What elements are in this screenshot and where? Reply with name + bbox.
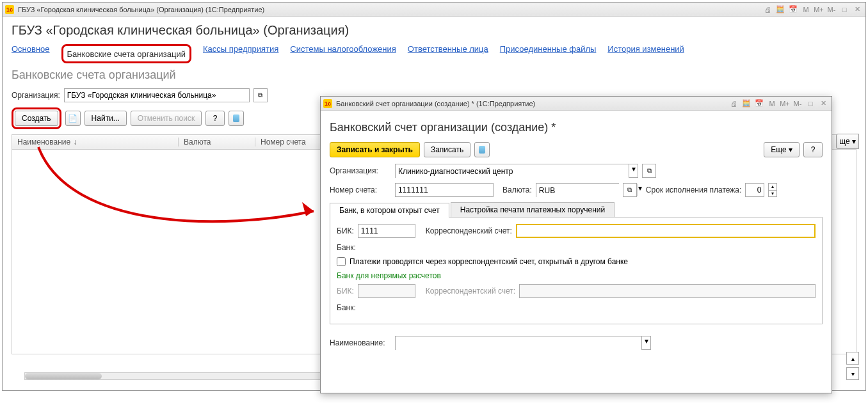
close-icon[interactable]: ✕: [851, 4, 863, 15]
accnum-input[interactable]: [395, 183, 494, 197]
dlg-maximize-icon[interactable]: □: [805, 99, 816, 109]
spin-up-icon[interactable]: ▴: [769, 184, 776, 190]
dlg-org-input[interactable]: [396, 164, 629, 178]
org-input[interactable]: [64, 88, 250, 102]
db-icon[interactable]: [229, 111, 244, 126]
bik-label: БИК:: [337, 226, 354, 235]
corr2-label: Корреспондентский счет:: [426, 287, 515, 296]
bank2-label: Банк:: [337, 303, 356, 312]
main-window-title: ГБУЗ «Городская клиническая больница» (О…: [18, 6, 762, 13]
section-title: Банковские счета организаций: [12, 68, 856, 82]
main-titlebar: 1c ГБУЗ «Городская клиническая больница»…: [3, 3, 865, 17]
dlg-org-label: Организация:: [330, 166, 391, 175]
calendar-icon[interactable]: 📅: [787, 4, 799, 15]
tab-bank[interactable]: Банк, в котором открыт счет: [330, 203, 449, 217]
indirect-checkbox[interactable]: [337, 257, 346, 266]
name-dd-icon[interactable]: ▾: [641, 336, 650, 349]
bank-label: Банк:: [337, 243, 356, 252]
dlg-help-button[interactable]: ?: [803, 142, 823, 157]
org-label: Организация:: [12, 91, 60, 100]
copy-button[interactable]: 📄: [65, 111, 81, 126]
dialog-logo-icon: 1c: [323, 99, 332, 108]
app-logo-icon: 1c: [5, 5, 14, 14]
dialog-title: Банковский счет организации (создание) *…: [336, 100, 728, 107]
page-title: ГБУЗ «Городская клиническая больница» (О…: [12, 23, 856, 38]
bik2-label: БИК:: [337, 287, 354, 296]
mplus-icon[interactable]: M+: [813, 4, 824, 15]
dlg-org-open-icon[interactable]: ⧉: [642, 164, 656, 178]
term-input[interactable]: [745, 183, 764, 197]
indirect-check-row[interactable]: Платежи проводятся через корреспондентск…: [337, 257, 816, 266]
bik-input[interactable]: [358, 224, 415, 238]
nav-highlight: Банковские счета организаций: [61, 44, 191, 63]
nav-history[interactable]: История изменений: [607, 44, 684, 63]
currency-dd-icon[interactable]: ▾: [638, 184, 642, 196]
corr2-input: [519, 284, 816, 298]
accnum-label: Номер счета:: [330, 186, 391, 194]
name-label: Наименование:: [330, 338, 391, 347]
save-close-button[interactable]: Записать и закрыть: [330, 142, 420, 157]
cancel-search-button: Отменить поиск: [131, 111, 202, 126]
tab-pane: БИК: Корреспонденский счет: Банк: Платеж…: [330, 217, 823, 324]
org-open-icon[interactable]: ⧉: [253, 88, 268, 102]
m-icon[interactable]: M: [800, 4, 812, 15]
dlg-org-dd-icon[interactable]: ▾: [629, 164, 638, 177]
more-button[interactable]: ще ▾: [836, 134, 859, 149]
dlg-close-icon[interactable]: ✕: [817, 99, 829, 109]
mminus-icon[interactable]: M-: [826, 4, 837, 15]
save-button[interactable]: Записать: [424, 142, 470, 157]
indirect-title: Банк для непрямых расчетов: [337, 271, 816, 280]
nav-tax[interactable]: Системы налогообложения: [290, 44, 396, 63]
dlg-mminus-icon[interactable]: M-: [792, 99, 803, 109]
term-label: Срок исполнения платежа:: [646, 186, 742, 194]
corr-label: Корреспонденский счет:: [426, 226, 512, 235]
nav-tabs: Основное Банковские счета организаций Ка…: [12, 44, 856, 63]
nav-bank-accounts[interactable]: Банковские счета организаций: [67, 49, 186, 59]
name-input[interactable]: [396, 336, 641, 351]
dialog-window: 1c Банковский счет организации (создание…: [320, 96, 832, 393]
spin-down-icon[interactable]: ▾: [769, 190, 776, 197]
sort-icon: ↓: [73, 138, 77, 146]
col-currency[interactable]: Валюта: [179, 138, 255, 146]
nav-up-icon[interactable]: ▴: [846, 352, 859, 365]
currency-open-icon[interactable]: ⧉: [623, 183, 637, 197]
nav-down-icon[interactable]: ▾: [846, 367, 859, 380]
nav-files[interactable]: Присоединенные файлы: [500, 44, 597, 63]
dlg-calendar-icon[interactable]: 📅: [753, 99, 765, 109]
dialog-page-title: Банковский счет организации (создание) *: [330, 121, 823, 134]
create-highlight: Создать: [12, 107, 61, 129]
nav-cash[interactable]: Кассы предприятия: [203, 44, 278, 63]
create-button[interactable]: Создать: [15, 111, 58, 126]
help-button[interactable]: ?: [205, 111, 225, 126]
dlg-db-icon[interactable]: [474, 142, 490, 157]
calc-icon[interactable]: 🧮: [775, 4, 786, 15]
nav-resp[interactable]: Ответственные лица: [408, 44, 488, 63]
dlg-mplus-icon[interactable]: M+: [779, 99, 791, 109]
print-icon[interactable]: 🖨: [762, 4, 773, 15]
scroll-thumb[interactable]: [25, 373, 102, 379]
indirect-check-label: Платежи проводятся через корреспондентск…: [350, 257, 628, 266]
find-button[interactable]: Найти...: [84, 111, 127, 126]
dlg-more-button[interactable]: Еще ▾: [764, 142, 800, 157]
dlg-calc-icon[interactable]: 🧮: [741, 99, 752, 109]
nav-main[interactable]: Основное: [12, 44, 50, 63]
maximize-icon[interactable]: □: [839, 4, 850, 15]
tab-print[interactable]: Настройка печати платежных поручений: [451, 202, 615, 217]
dlg-m-icon[interactable]: M: [766, 99, 778, 109]
dlg-tabs: Банк, в котором открыт счет Настройка пе…: [330, 202, 823, 217]
currency-label: Валюта:: [502, 186, 532, 194]
corr-input[interactable]: [516, 224, 816, 238]
dialog-titlebar: 1c Банковский счет организации (создание…: [321, 97, 832, 111]
dlg-print-icon[interactable]: 🖨: [728, 99, 739, 109]
dialog-content: Банковский счет организации (создание) *…: [321, 111, 832, 361]
bik2-input: [358, 284, 415, 298]
col-name[interactable]: Наименование↓: [12, 138, 179, 146]
